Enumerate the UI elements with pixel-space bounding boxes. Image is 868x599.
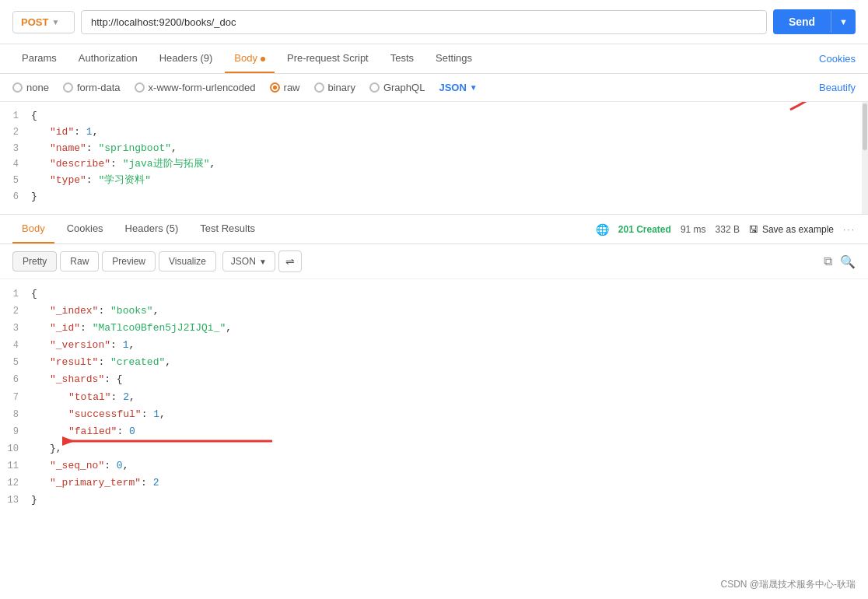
radio-binary-label: binary (328, 82, 355, 93)
more-options-button[interactable]: ··· (843, 224, 856, 235)
json-format-select[interactable]: JSON ▼ (439, 82, 477, 93)
tab-headers[interactable]: Headers (9) (150, 44, 222, 73)
method-chevron-icon: ▼ (51, 18, 59, 26)
req-line-3: 3 "name": "springboot", (0, 141, 868, 157)
radio-none-label: none (26, 82, 49, 93)
arrow-annotation-send (775, 102, 852, 117)
format-pretty-button[interactable]: Pretty (12, 251, 57, 271)
copy-icon[interactable]: ⧉ (824, 254, 832, 269)
resp-tab-cookies[interactable]: Cookies (58, 215, 113, 243)
url-input[interactable] (81, 10, 767, 34)
url-bar: POST ▼ Send ▼ (0, 0, 868, 44)
radio-form-data[interactable]: form-data (63, 82, 121, 93)
response-body-editor: 1 { 2 "_index": "books", 3 "_id": "MaTlc… (0, 279, 868, 515)
resp-line-13: 13 } (0, 492, 868, 509)
response-meta: 🌐 201 Created 91 ms 332 B 🖫 Save as exam… (596, 223, 856, 236)
radio-none-circle (12, 82, 23, 93)
format-raw-button[interactable]: Raw (60, 251, 99, 271)
radio-graphql-circle (369, 82, 380, 93)
tab-body[interactable]: Body (225, 44, 275, 73)
response-json-chevron-icon: ▼ (259, 257, 267, 266)
resp-line-1: 1 { (0, 285, 868, 303)
response-json-label: JSON (231, 256, 256, 267)
radio-raw-circle (270, 82, 280, 93)
req-line-2: 2 "id": 1, (0, 124, 868, 141)
radio-graphql-label: GraphQL (383, 82, 425, 93)
req-line-6: 6 } (0, 189, 868, 205)
method-select[interactable]: POST ▼ (12, 11, 75, 33)
tab-params[interactable]: Params (12, 44, 66, 73)
resp-line-6: 6 "_shards": { (0, 371, 868, 388)
request-scrollbar[interactable] (862, 102, 868, 214)
request-tabs: Params Authorization Headers (9) Body Pr… (0, 44, 868, 74)
resp-line-7: 7 "total": 2, (0, 389, 868, 406)
radio-raw[interactable]: raw (270, 82, 300, 93)
radio-urlencoded-circle (135, 82, 145, 93)
radio-none[interactable]: none (12, 82, 49, 93)
status-badge: 201 Created (618, 224, 671, 235)
req-line-5: 5 "type": "学习资料" (0, 173, 868, 189)
search-icon[interactable]: 🔍 (840, 254, 856, 269)
response-size: 332 B (716, 224, 740, 235)
resp-line-5: 5 "result": "created", (0, 354, 868, 371)
tab-prerequest[interactable]: Pre-request Script (278, 44, 378, 73)
resp-line-3: 3 "_id": "MaTlco0Bfen5jJ2IJQi_", (0, 320, 868, 337)
req-line-1: 1 { (0, 108, 868, 124)
body-active-dot (261, 57, 265, 61)
request-body-editor[interactable]: 1 { 2 "id": 1, 3 "name": "springboot", 4… (0, 102, 868, 215)
body-type-row: none form-data x-www-form-urlencoded raw… (0, 74, 868, 102)
radio-raw-label: raw (284, 82, 300, 93)
arrow-annotation-shards (62, 426, 280, 457)
resp-line-2: 2 "_index": "books", (0, 303, 868, 320)
resp-line-4: 4 "_version": 1, (0, 337, 868, 354)
json-format-label: JSON (439, 82, 466, 93)
save-example-button[interactable]: 🖫 Save as example (749, 224, 834, 235)
json-chevron-icon: ▼ (470, 83, 478, 92)
radio-binary[interactable]: binary (314, 82, 355, 93)
resp-line-12: 12 "_primary_term": 2 (0, 475, 868, 492)
send-button[interactable]: Send ▼ (773, 9, 856, 34)
format-preview-button[interactable]: Preview (102, 251, 156, 271)
radio-urlencoded-label: x-www-form-urlencoded (149, 82, 256, 93)
wrap-lines-button[interactable]: ⇌ (278, 250, 302, 272)
radio-graphql[interactable]: GraphQL (369, 82, 425, 93)
send-label: Send (773, 9, 831, 34)
radio-binary-circle (314, 82, 324, 93)
format-visualize-button[interactable]: Visualize (159, 251, 216, 271)
response-time: 91 ms (681, 224, 706, 235)
req-line-4: 4 "describe": "java进阶与拓展", (0, 156, 868, 173)
response-format-row: Pretty Raw Preview Visualize JSON ▼ ⇌ ⧉ … (0, 244, 868, 279)
response-tabs: Body Cookies Headers (5) Test Results 🌐 … (0, 215, 868, 244)
resp-tab-body[interactable]: Body (12, 215, 54, 243)
globe-icon: 🌐 (596, 223, 609, 236)
response-json-select[interactable]: JSON ▼ (222, 251, 275, 271)
method-label: POST (21, 16, 48, 28)
tab-settings[interactable]: Settings (426, 44, 481, 73)
save-icon: 🖫 (749, 224, 758, 235)
send-dropdown-icon[interactable]: ▼ (831, 11, 856, 33)
tab-tests[interactable]: Tests (381, 44, 423, 73)
radio-urlencoded[interactable]: x-www-form-urlencoded (135, 82, 256, 93)
resp-tab-headers[interactable]: Headers (5) (116, 215, 188, 243)
radio-form-data-label: form-data (77, 82, 121, 93)
radio-form-data-circle (63, 82, 73, 93)
beautify-button[interactable]: Beautify (819, 82, 856, 93)
tab-authorization[interactable]: Authorization (69, 44, 147, 73)
response-icons: ⧉ 🔍 (824, 254, 856, 269)
resp-line-11: 11 "_seq_no": 0, (0, 457, 868, 475)
body-tab-label: Body (234, 52, 257, 64)
watermark: CSDN @瑞晟技术服务中心-耿瑞 (720, 578, 856, 591)
cookies-link[interactable]: Cookies (819, 53, 856, 65)
resp-line-8: 8 "successful": 1, (0, 406, 868, 423)
scrollbar-thumb (863, 103, 867, 150)
resp-tab-testresults[interactable]: Test Results (191, 215, 264, 243)
save-example-label: Save as example (762, 224, 834, 235)
